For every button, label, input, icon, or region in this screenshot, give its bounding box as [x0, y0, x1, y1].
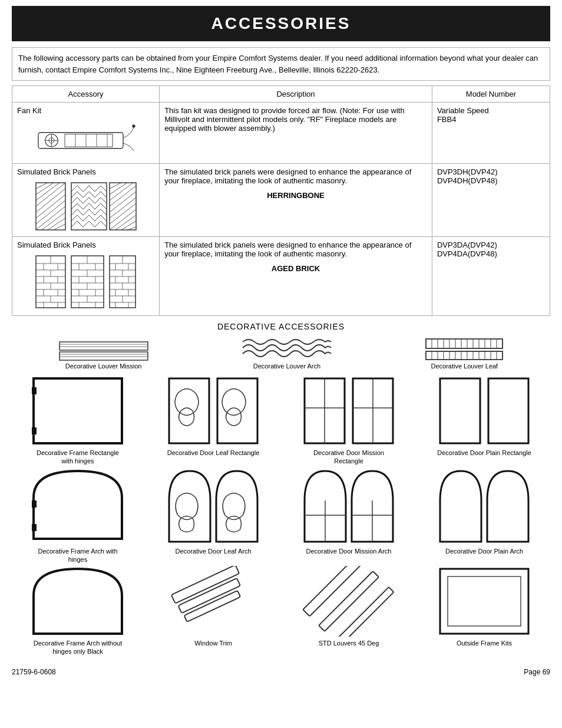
model-number: Variable SpeedFBB4 [437, 106, 489, 124]
dec-door-mission-rect-label: Decorative Door Mission Rectangle [302, 449, 396, 466]
svg-line-32 [110, 209, 136, 230]
dec-door-plain-arch-label: Decorative Door Plain Arch [445, 547, 523, 555]
dec-door-plain-rect-label: Decorative Door Plain Rectangle [437, 449, 531, 457]
footer-right: Page 69 [524, 668, 550, 676]
aged-brick-desc: The simulated brick panels were designed… [164, 241, 411, 258]
model-cell: DVP3DA(DVP42)DVP4DA(DVP48) [432, 237, 550, 316]
svg-rect-96 [59, 342, 148, 350]
svg-rect-147 [171, 566, 240, 604]
svg-point-10 [132, 124, 135, 127]
dec-door-mission-arch-label: Decorative Door Mission Arch [306, 547, 392, 555]
svg-rect-153 [440, 569, 528, 634]
table-row: Simulated Brick Panels [12, 164, 550, 237]
accessory-cell: Simulated Brick Panels [12, 237, 160, 316]
dec-door-mission-rect: Decorative Door Mission Rectangle [283, 375, 415, 466]
table-row: Simulated Brick Panels [12, 237, 550, 316]
svg-line-26 [110, 183, 127, 195]
dec-accessories-section: DECORATIVE ACCESSORIES Decorative Louver… [12, 322, 550, 656]
aged-brick-label: AGED BRICK [164, 264, 427, 273]
accessory-label: Fan Kit [17, 106, 41, 115]
svg-rect-142 [32, 524, 37, 531]
svg-rect-5 [65, 134, 113, 147]
svg-rect-148 [178, 578, 240, 613]
svg-line-14 [36, 183, 59, 200]
dec-door-leaf-rect-label: Decorative Door Leaf Rectangle [167, 449, 260, 457]
svg-rect-150 [303, 566, 363, 616]
svg-rect-128 [34, 378, 122, 443]
accessory-cell: Simulated Brick Panels [12, 164, 160, 237]
svg-rect-131 [169, 378, 209, 443]
dec-door-leaf-arch-label: Decorative Door Leaf Arch [175, 547, 251, 555]
svg-line-20 [42, 212, 65, 230]
dec-door-leaf-rect: Decorative Door Leaf Rectangle [147, 375, 279, 466]
window-trim: Window Trim [147, 566, 279, 656]
svg-line-28 [110, 186, 136, 206]
window-trim-label: Window Trim [194, 639, 232, 647]
dec-door-leaf-arch: Decorative Door Leaf Arch [147, 468, 279, 564]
accessory-label: Simulated Brick Panels [17, 167, 96, 176]
dec-frame-arch-nohinge-label: Decorative Frame Arch without hinges onl… [31, 639, 125, 656]
svg-line-30 [110, 197, 136, 218]
louver-arch: Decorative Louver Arch [240, 336, 334, 370]
col-header-model: Model Number [432, 86, 550, 103]
dec-row1: Decorative Frame Rectangle with hinges D… [12, 375, 550, 466]
page-title: ACCESSORIES [12, 6, 550, 41]
model-cell: DVP3DH(DVP42)DVP4DH(DVP48) [432, 164, 550, 237]
aged-brick-image [17, 253, 154, 312]
svg-rect-139 [440, 378, 480, 443]
louver-arch-label: Decorative Louver Arch [253, 363, 320, 370]
louver-mission-label: Decorative Louver Mission [65, 363, 142, 370]
louver-mission: Decorative Louver Mission [57, 339, 151, 370]
accessory-cell: Fan Kit [12, 103, 160, 164]
model-number: DVP3DH(DVP42)DVP4DH(DVP48) [437, 167, 498, 185]
dec-frame-arch-label: Decorative Frame Arch with hinges [31, 547, 125, 564]
std-louvers-label: STD Louvers 45 Deg [319, 639, 379, 647]
model-number: DVP3DA(DVP42)DVP4DA(DVP48) [437, 241, 497, 258]
dec-row3: Decorative Frame Arch without hinges onl… [12, 566, 550, 656]
accessory-label: Simulated Brick Panels [17, 241, 96, 249]
dec-door-plain-rect: Decorative Door Plain Rectangle [418, 375, 550, 466]
svg-line-17 [36, 195, 65, 218]
svg-rect-151 [319, 571, 379, 631]
dec-frame-rect-label: Decorative Frame Rectangle with hinges [31, 449, 125, 466]
col-header-description: Description [160, 86, 432, 103]
svg-line-29 [110, 192, 136, 212]
svg-line-16 [36, 189, 65, 212]
col-header-accessory: Accessory [12, 86, 160, 103]
svg-rect-99 [59, 352, 148, 360]
model-cell: Variable SpeedFBB4 [432, 103, 550, 164]
louver-row: Decorative Louver Mission Decorative Lou… [12, 336, 550, 370]
svg-rect-130 [32, 427, 37, 434]
table-row: Fan Kit [12, 103, 550, 164]
dec-frame-arch-nohinge: Decorative Frame Arch without hinges onl… [12, 566, 144, 656]
dec-door-mission-arch: Decorative Door Mission Arch [283, 468, 415, 564]
accessories-table: Accessory Description Model Number Fan K… [12, 85, 550, 316]
svg-line-21 [48, 218, 65, 230]
svg-rect-129 [32, 387, 37, 394]
dec-door-plain-arch: Decorative Door Plain Arch [418, 468, 550, 564]
desc-cell: The simulated brick panels were designed… [160, 237, 432, 316]
fan-kit-image [17, 118, 154, 160]
svg-rect-154 [448, 577, 521, 626]
outside-frame-kits-label: Outside Frame Kits [457, 639, 512, 647]
svg-rect-132 [217, 378, 257, 443]
herringbone-desc: The simulated brick panels were designed… [164, 167, 411, 185]
page: ACCESSORIES The following accessory part… [0, 0, 562, 728]
footer-left: 21759-6-0608 [12, 668, 56, 676]
svg-line-18 [36, 200, 65, 224]
louver-leaf-label: Decorative Louver Leaf [431, 363, 498, 370]
svg-line-13 [36, 183, 54, 195]
dec-frame-rect: Decorative Frame Rectangle with hinges [12, 375, 144, 466]
svg-rect-140 [488, 378, 528, 443]
svg-rect-141 [32, 500, 37, 508]
outside-frame-kits: Outside Frame Kits [418, 566, 550, 656]
desc-cell: The simulated brick panels were designed… [160, 164, 432, 237]
dec-section-title: DECORATIVE ACCESSORIES [12, 322, 550, 331]
svg-rect-23 [71, 183, 107, 230]
herringbone-label: HERRINGBONE [164, 191, 427, 200]
desc-cell: This fan kit was designed to provide for… [160, 103, 432, 164]
std-louvers: STD Louvers 45 Deg [283, 566, 415, 656]
intro-text: The following accessory parts can be obt… [12, 47, 550, 81]
svg-line-34 [121, 221, 136, 230]
dec-row2: Decorative Frame Arch with hinges Decora… [12, 468, 550, 564]
